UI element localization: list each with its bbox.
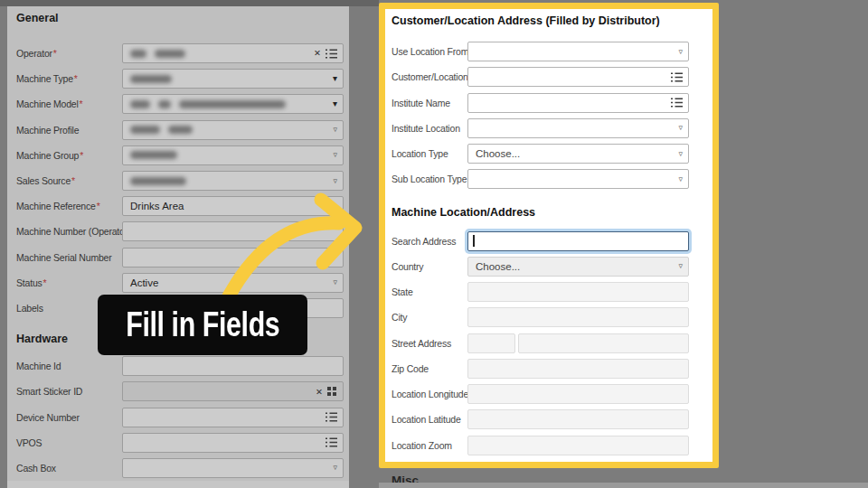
redacted-blob — [130, 151, 177, 159]
field-row-machine-group: Machine Group*▿ — [7, 143, 349, 168]
status-label: Status* — [16, 277, 122, 288]
clear-icon[interactable]: ✕ — [316, 388, 323, 397]
search-address-label: Search Address — [392, 236, 467, 247]
cash-box-label: Cash Box — [16, 463, 122, 474]
status-value: Active — [130, 277, 158, 288]
required-asterisk: * — [80, 99, 83, 109]
street-address-input-part-2[interactable] — [518, 333, 689, 353]
field-row-city: City — [385, 305, 712, 330]
field-row-smart-sticker-id: Smart Sticker ID✕ — [7, 379, 349, 404]
city-label: City — [392, 312, 467, 323]
redacted-blob — [130, 177, 186, 185]
field-row-sub-location-type: Sub Location Type▿ — [385, 166, 712, 192]
list-icon[interactable] — [326, 49, 337, 59]
redacted-blob — [158, 100, 171, 108]
institute-location-label: Institute Location — [392, 123, 467, 134]
input-icon-group: ▿ — [678, 175, 688, 183]
input-icon-group: ✕ — [314, 49, 343, 59]
cash-box-input[interactable]: ▿ — [122, 458, 344, 478]
section-title-machine-location-address: Machine Location/Address — [385, 192, 712, 229]
operator-input[interactable]: ✕ — [122, 43, 344, 63]
institute-name-input[interactable] — [467, 93, 689, 113]
location-type-value: Choose... — [476, 148, 520, 159]
sub-location-type-input[interactable]: ▿ — [467, 169, 689, 189]
location-latitude-input[interactable] — [467, 409, 689, 429]
list-icon[interactable] — [326, 437, 337, 447]
field-row-location-zoom: Location Zoom — [385, 433, 712, 458]
redacted-blob — [130, 126, 160, 134]
vpos-input[interactable] — [122, 433, 344, 453]
field-row-machine-model: Machine Model*▾ — [7, 91, 349, 117]
use-location-from-label: Use Location From — [392, 46, 467, 57]
input-icon-group: ▿ — [678, 262, 688, 270]
input-icon-group: ▿ — [678, 48, 688, 56]
machine-reference-value: Drinks Area — [130, 201, 184, 211]
machine-type-input[interactable]: ▾ — [122, 69, 344, 89]
caret-filled-icon[interactable]: ▾ — [333, 99, 337, 108]
location-zoom-label: Location Zoom — [392, 440, 467, 451]
list-icon[interactable] — [671, 98, 683, 108]
field-row-operator: Operator*✕ — [7, 41, 349, 66]
required-asterisk: * — [80, 150, 83, 161]
caret-filled-icon[interactable]: ▾ — [333, 74, 337, 83]
search-address-input[interactable] — [467, 231, 689, 251]
list-icon[interactable] — [326, 412, 337, 422]
state-input[interactable] — [467, 282, 689, 302]
country-input[interactable]: Choose...▿ — [467, 257, 689, 277]
caret-icon[interactable]: ▿ — [678, 262, 683, 270]
machine-profile-redacted-value — [130, 126, 193, 134]
required-asterisk: * — [97, 201, 100, 211]
use-location-from-input[interactable]: ▿ — [467, 42, 689, 61]
field-row-street-address: Street Address — [385, 331, 712, 356]
country-value: Choose... — [476, 261, 520, 272]
machine-model-input[interactable]: ▾ — [122, 94, 344, 114]
location-type-input[interactable]: Choose...▿ — [467, 144, 689, 164]
machine-group-input[interactable]: ▿ — [122, 145, 344, 165]
zip-code-input[interactable] — [467, 359, 689, 379]
field-row-institute-location: Institute Location▿ — [385, 116, 712, 141]
redacted-blob — [155, 50, 185, 58]
field-row-location-latitude: Location Latitude — [385, 407, 712, 432]
machine-type-redacted-value — [130, 75, 172, 83]
caret-icon[interactable]: ▿ — [678, 124, 683, 132]
institute-location-input[interactable]: ▿ — [467, 118, 689, 138]
street-address-input-part-1[interactable] — [467, 333, 515, 353]
street-address-input[interactable] — [467, 333, 689, 353]
caret-icon[interactable]: ▿ — [333, 151, 337, 159]
location-zoom-input[interactable] — [467, 436, 689, 455]
input-icon-group: ▿ — [333, 126, 343, 134]
input-icon-group: ✕ — [316, 387, 343, 397]
machine-id-input[interactable] — [122, 356, 344, 376]
callout-fill-in-fields: Fill in Fields — [98, 295, 307, 355]
caret-icon[interactable]: ▿ — [333, 464, 337, 472]
location-longitude-label: Location Longitude — [392, 389, 467, 399]
input-icon-group: ▿ — [678, 150, 688, 158]
city-input[interactable] — [467, 307, 689, 327]
location-longitude-input[interactable] — [467, 384, 689, 404]
sales-source-label: Sales Source* — [16, 175, 122, 186]
field-row-machine-id: Machine Id — [7, 353, 349, 379]
machine-reference-label: Machine Reference* — [16, 201, 122, 211]
field-row-search-address: Search Address — [385, 229, 712, 254]
caret-icon[interactable]: ▿ — [678, 175, 683, 183]
grid-icon[interactable] — [327, 387, 337, 397]
section-title-general: General — [7, 6, 349, 41]
field-row-location-type: Location TypeChoose...▿ — [385, 141, 712, 166]
street-address-label: Street Address — [392, 338, 467, 349]
list-icon[interactable] — [671, 72, 683, 82]
machine-serial-number-label: Machine Serial Number — [16, 252, 122, 263]
input-icon-group: ▿ — [333, 151, 343, 159]
clear-icon[interactable]: ✕ — [314, 49, 321, 58]
machine-model-redacted-value — [130, 100, 286, 108]
smart-sticker-id-input[interactable]: ✕ — [122, 381, 344, 401]
location-type-label: Location Type — [392, 148, 467, 159]
device-number-input[interactable] — [122, 408, 344, 427]
machine-profile-input[interactable]: ▿ — [122, 120, 344, 140]
caret-icon[interactable]: ▿ — [678, 150, 683, 158]
text-cursor — [473, 235, 475, 247]
customer-location-input[interactable] — [467, 67, 689, 87]
field-row-machine-profile: Machine Profile▿ — [7, 117, 349, 143]
caret-icon[interactable]: ▿ — [333, 126, 337, 134]
machine-group-label: Machine Group* — [16, 150, 122, 161]
caret-icon[interactable]: ▿ — [678, 48, 683, 56]
